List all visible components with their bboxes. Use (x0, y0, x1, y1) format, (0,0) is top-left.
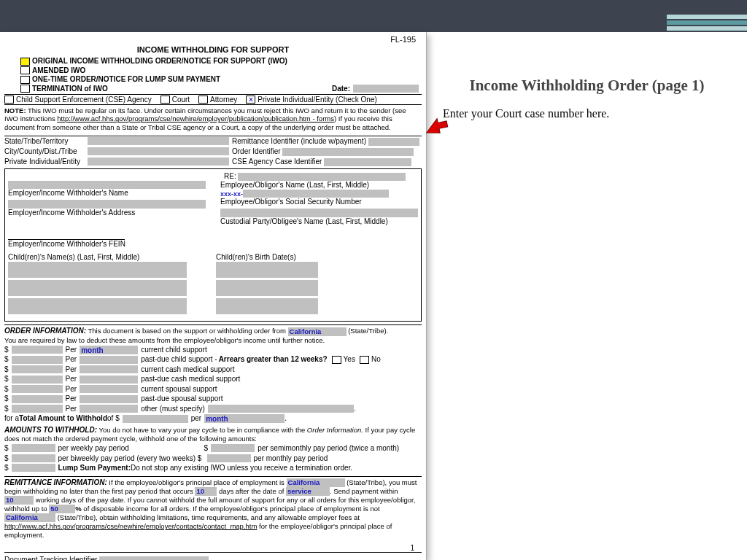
remit-hdr: REMITTANCE INFORMATION: (4, 478, 107, 486)
note-block: NOTE: This IWO must be regular on its fa… (4, 105, 422, 136)
field-child-name-3[interactable] (8, 298, 187, 314)
checkbox-private[interactable]: X (246, 96, 255, 104)
remit-link[interactable]: http://www.acf.hhs.gov/programs/cse/newh… (4, 522, 257, 530)
red-arrow-icon (424, 114, 449, 136)
field-city[interactable] (88, 147, 229, 155)
date-label: Date: (332, 85, 350, 93)
label-child-dob: Child(ren)'s Birth Date(s) (216, 253, 318, 261)
svg-marker-0 (424, 117, 449, 136)
page-number: 1 (4, 540, 422, 552)
field-csecase[interactable] (324, 158, 411, 166)
checkbox-amended[interactable] (20, 66, 30, 74)
field-priv[interactable] (88, 158, 229, 166)
checkbox-original[interactable] (20, 58, 30, 66)
label-obligor: Employee/Obligor's Name (Last, First, Mi… (220, 181, 418, 189)
ssn-masked: xxx-xx- (220, 190, 243, 198)
field-child-dob-3[interactable] (216, 298, 318, 314)
field-child-name-1[interactable] (8, 262, 187, 278)
field-re[interactable] (238, 173, 406, 181)
date-field[interactable] (353, 85, 419, 93)
opt-amended: AMENDED IWO (32, 66, 85, 76)
label-fein: Employer/Income Withholder's FEIN (8, 240, 206, 248)
label-custodial: Custodial Party/Obligee's Name (Last, Fi… (220, 217, 418, 225)
field-child-dob-1[interactable] (216, 262, 318, 278)
label-csecase: CSE Agency Case Identifier (232, 158, 322, 166)
field-custodial[interactable] (220, 209, 418, 217)
label-priv: Private Individual/Entity (4, 158, 85, 166)
field-emp-addr[interactable] (8, 200, 206, 209)
field-monthly[interactable] (207, 454, 251, 462)
slide-topbar (0, 0, 747, 32)
label-re: RE: (224, 172, 236, 180)
label-attorney: Attorney (210, 96, 237, 104)
field-orderid[interactable] (282, 148, 414, 156)
field-total[interactable] (123, 415, 188, 423)
label-child-names: Child(ren)'s Name(s) (Last, First, Middl… (8, 253, 187, 261)
label-remit: Remittance Identifier (include w/payment… (232, 137, 366, 145)
label-state: State/Tribe/Territory (4, 137, 85, 146)
field-child-dob-2[interactable] (216, 280, 318, 296)
form-code: FL-195 (4, 32, 422, 44)
label-orderid: Order Identifier (232, 147, 281, 155)
label-private: Private Individual/Entity (Check One) (258, 96, 376, 104)
side-panel: Income Withholding Order (page 1) Enter … (427, 32, 747, 560)
order-state: California (290, 327, 322, 335)
checkbox-court[interactable] (160, 96, 170, 104)
opt-onetime: ONE-TIME ORDER/NOTICE FOR LUMP SUM PAYME… (32, 75, 220, 85)
field-remit[interactable] (368, 138, 419, 146)
order-info-hdr: ORDER INFORMATION: (4, 327, 86, 335)
field-lumpsum[interactable] (12, 464, 55, 472)
field-biweekly[interactable] (12, 454, 55, 462)
label-emp-addr: Employer/Income Withholder's Address (8, 209, 206, 217)
field-weekly[interactable] (12, 444, 55, 452)
field-emp-name[interactable] (8, 181, 206, 189)
label-ssn: Employee/Obligor's Social Security Numbe… (220, 198, 418, 206)
note-link[interactable]: http://www.acf.hhs.gov/programs/cse/newh… (57, 114, 334, 122)
form-page: FL-195 INCOME WITHHOLDING FOR SUPPORT OR… (0, 32, 427, 560)
label-court: Court (172, 96, 190, 104)
side-subtitle: Enter your Court case number here. (443, 107, 731, 120)
amounts-hdr: AMOUNTS TO WITHHOLD: (4, 426, 97, 434)
field-semimonthly[interactable] (211, 444, 255, 452)
label-cse: Child Support Enforcement (CSE) Agency (16, 96, 152, 104)
field-dti[interactable] (99, 556, 209, 560)
field-state[interactable] (88, 137, 229, 145)
checkbox-termination[interactable] (20, 85, 30, 93)
field-child-name-2[interactable] (8, 280, 187, 296)
label-emp-name: Employer/Income Withholder's Name (8, 189, 206, 197)
checkbox-cse[interactable] (4, 96, 14, 104)
parties-box: RE: Employer/Income Withholder's Name Em… (4, 168, 422, 322)
side-title: Income Withholding Order (page 1) (443, 76, 731, 96)
opt-original: ORIGINAL INCOME WITHHOLDING ORDER/NOTICE… (32, 57, 287, 66)
opt-termination: TERMINATION of IWO (32, 85, 108, 94)
dti-label: Document Tracking Identifier (4, 556, 97, 560)
checkbox-attorney[interactable] (198, 96, 208, 104)
checkbox-onetime[interactable] (20, 76, 30, 84)
field-ssn[interactable] (243, 190, 389, 198)
form-title: INCOME WITHHOLDING FOR SUPPORT (4, 44, 422, 57)
topbar-accent (667, 0, 747, 32)
label-city: City/County/Dist./Tribe (4, 147, 85, 156)
